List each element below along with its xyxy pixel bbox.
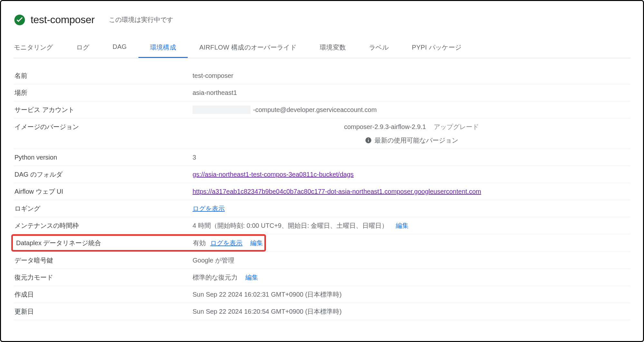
row-updated: 更新日 Sun Sep 22 2024 16:20:54 GMT+0900 (日… (14, 303, 630, 320)
dataplex-highlight: Dataplex データリネージ統合 有効 ログを表示 編集 (11, 234, 266, 252)
redacted-block (193, 106, 251, 114)
label-image-version: イメージのバージョン (14, 122, 193, 132)
row-created: 作成日 Sun Sep 22 2024 16:02:31 GMT+0900 (日… (14, 286, 630, 303)
label-dag-folder: DAG のフォルダ (14, 169, 193, 180)
label-created: 作成日 (14, 289, 193, 300)
page-header: test-composer この環境は実行中です (14, 14, 630, 26)
dag-folder-link[interactable]: gs://asia-northeast1-test-compos-3ea0811… (193, 169, 354, 180)
row-image-version: イメージのバージョン composer-2.9.3-airflow-2.9.1 … (14, 118, 630, 149)
row-maintenance: メンテナンスの時間枠 4 時間（開始時刻: 0:00 UTC+9、開始日: 金曜… (14, 217, 630, 234)
value-resilience: 標準的な復元力 編集 (193, 272, 630, 282)
row-location: 場所 asia-northeast1 (14, 84, 630, 101)
config-content: 名前 test-composer 場所 asia-northeast1 サービス… (14, 58, 630, 320)
tab-pypi[interactable]: PYPI パッケージ (400, 39, 473, 58)
dataplex-show-logs-link[interactable]: ログを表示 (210, 238, 242, 248)
label-location: 場所 (14, 88, 193, 98)
resilience-edit-link[interactable]: 編集 (245, 272, 258, 282)
label-encryption: データ暗号鍵 (14, 255, 193, 265)
value-dag-folder: gs://asia-northeast1-test-compos-3ea0811… (193, 169, 630, 180)
row-resilience: 復元力モード 標準的な復元力 編集 (14, 269, 630, 286)
label-python-version: Python version (14, 152, 193, 162)
label-dataplex: Dataplex データリネージ統合 (14, 238, 193, 248)
info-text: 最新の使用可能なバージョン (374, 135, 458, 145)
row-logging: ロギング ログを表示 (14, 200, 630, 217)
value-encryption: Google が管理 (193, 255, 630, 265)
label-service-account: サービス アカウント (14, 105, 193, 115)
upgrade-text: アップグレード (434, 123, 479, 130)
tabs-nav: モニタリング ログ DAG 環境構成 AIRFLOW 構成のオーバーライド 環境… (14, 39, 630, 58)
value-python-version: 3 (193, 152, 630, 162)
value-image-version: composer-2.9.3-airflow-2.9.1 アップグレード 最新の… (193, 122, 630, 145)
row-service-account: サービス アカウント -compute@developer.gserviceac… (14, 101, 630, 118)
tab-logs[interactable]: ログ (65, 39, 101, 58)
tab-airflow-override[interactable]: AIRFLOW 構成のオーバーライド (188, 39, 308, 58)
value-location: asia-northeast1 (193, 88, 630, 98)
value-dataplex: 有効 ログを表示 編集 (193, 238, 263, 248)
tab-dag[interactable]: DAG (101, 39, 138, 58)
value-logging: ログを表示 (193, 203, 630, 214)
value-maintenance: 4 時間（開始時刻: 0:00 UTC+9、開始日: 金曜日、土曜日、日曜日） … (193, 220, 630, 231)
airflow-ui-link[interactable]: https://a317eab1c82347b9be04c0b7ac80c177… (193, 186, 481, 197)
label-airflow-ui: Airflow ウェブ UI (14, 186, 193, 197)
value-updated: Sun Sep 22 2024 16:20:54 GMT+0900 (日本標準時… (193, 306, 630, 317)
row-dataplex-wrapper: Dataplex データリネージ統合 有効 ログを表示 編集 (14, 234, 630, 252)
label-updated: 更新日 (14, 306, 193, 317)
environment-title: test-composer (31, 14, 95, 26)
row-dag-folder: DAG のフォルダ gs://asia-northeast1-test-comp… (14, 166, 630, 183)
label-resilience: 復元力モード (14, 272, 193, 282)
maintenance-edit-link[interactable]: 編集 (396, 220, 409, 231)
label-name: 名前 (14, 70, 193, 81)
dataplex-edit-link[interactable]: 編集 (250, 238, 263, 248)
row-airflow-ui: Airflow ウェブ UI https://a317eab1c82347b9b… (14, 183, 630, 200)
row-name: 名前 test-composer (14, 67, 630, 84)
value-name: test-composer (193, 70, 630, 81)
label-logging: ロギング (14, 203, 193, 214)
row-encryption: データ暗号鍵 Google が管理 (14, 252, 630, 269)
value-service-account: -compute@developer.gserviceaccount.com (193, 105, 630, 115)
label-maintenance: メンテナンスの時間枠 (14, 220, 193, 231)
check-circle-icon (14, 14, 25, 26)
tab-env-config[interactable]: 環境構成 (138, 39, 188, 58)
svg-rect-2 (368, 140, 369, 142)
environment-status: この環境は実行中です (109, 15, 173, 24)
info-icon (365, 137, 372, 144)
value-airflow-ui: https://a317eab1c82347b9be04c0b7ac80c177… (193, 186, 630, 197)
tab-monitoring[interactable]: モニタリング (14, 39, 65, 58)
value-created: Sun Sep 22 2024 16:02:31 GMT+0900 (日本標準時… (193, 289, 630, 300)
show-logs-link[interactable]: ログを表示 (193, 203, 225, 214)
svg-rect-3 (368, 139, 369, 139)
row-python-version: Python version 3 (14, 149, 630, 166)
tab-labels[interactable]: ラベル (357, 39, 400, 58)
tab-env-vars[interactable]: 環境変数 (308, 39, 357, 58)
